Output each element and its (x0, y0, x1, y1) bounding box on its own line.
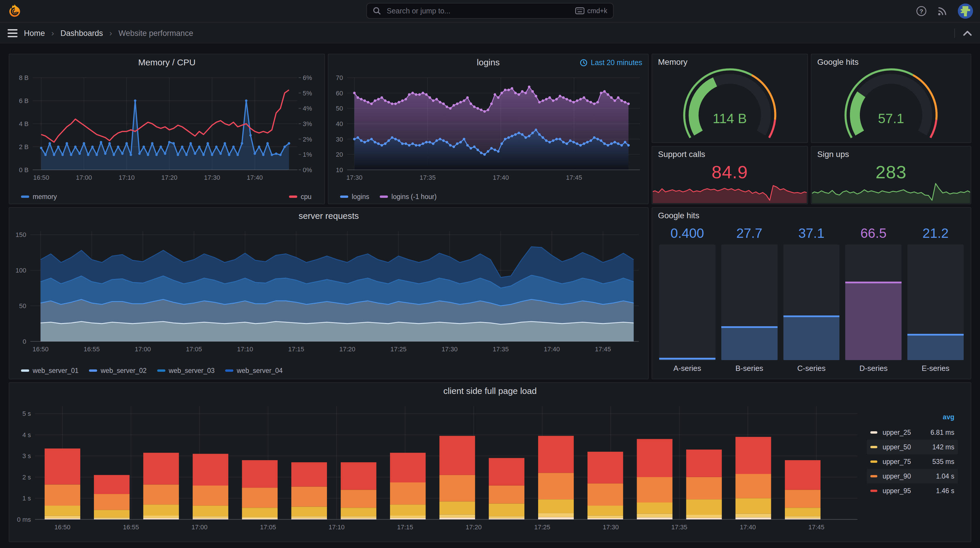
svg-text:17:05: 17:05 (260, 524, 276, 531)
legend-item-cpu[interactable]: cpu (289, 193, 312, 201)
support-calls-sparkline[interactable] (653, 176, 807, 203)
panel-title[interactable]: client side full page load (10, 383, 970, 399)
bar-gauge-label: D-series (845, 360, 902, 374)
server-requests-chart[interactable]: 05010015016:5016:5517:0017:0517:1017:151… (10, 224, 648, 361)
svg-text:50: 50 (336, 105, 343, 112)
bar-gauge-value: 21.2 (907, 225, 964, 245)
avatar[interactable] (958, 3, 973, 19)
svg-text:17:45: 17:45 (595, 346, 611, 353)
sign-ups-sparkline[interactable] (812, 176, 970, 203)
legend-label: cpu (301, 193, 312, 201)
divider (955, 29, 955, 38)
svg-text:17:25: 17:25 (534, 524, 550, 531)
breadcrumb: Home › Dashboards › Website performance (0, 23, 980, 44)
grafana-logo-icon[interactable] (7, 3, 22, 19)
legend-row-upper_90[interactable]: upper_901.04 s (867, 469, 958, 484)
svg-text:17:35: 17:35 (420, 174, 436, 181)
svg-text:5%: 5% (303, 89, 312, 97)
svg-text:17:30: 17:30 (442, 346, 458, 353)
bar-gauge-column-A-series: 0.400A-series (659, 225, 716, 374)
time-range-control[interactable]: Last 20 minutes (580, 58, 643, 67)
bar-gauge-column-C-series: 37.1C-series (783, 225, 840, 374)
svg-text:17:10: 17:10 (119, 174, 135, 181)
legend-row-upper_75[interactable]: upper_75535 ms (867, 454, 958, 469)
bar-gauge-label: E-series (907, 360, 964, 374)
legend-label: web_server_03 (169, 367, 215, 375)
svg-text:17:10: 17:10 (237, 346, 253, 353)
legend-item-logins (-1 hour)[interactable]: logins (-1 hour) (380, 193, 437, 201)
legend-item-web_server_02[interactable]: web_server_02 (89, 367, 146, 375)
bar-gauge-track[interactable] (845, 245, 902, 360)
svg-text:6%: 6% (303, 74, 312, 81)
legend-header-avg[interactable]: avg (867, 413, 958, 425)
svg-text:0: 0 (23, 338, 26, 345)
legend-swatch-icon (89, 370, 97, 372)
legend-row-upper_25[interactable]: upper_256.81 ms (867, 425, 958, 440)
svg-text:8 B: 8 B (19, 74, 29, 81)
bar-gauge-track[interactable] (659, 245, 716, 360)
svg-text:17:00: 17:00 (76, 174, 92, 181)
client-load-chart[interactable]: 0 ms1 s2 s3 s4 s5 s16:5016:5517:0017:051… (10, 399, 867, 538)
legend-swatch-icon (870, 460, 877, 463)
svg-text:17:05: 17:05 (186, 346, 202, 353)
memory-gauge[interactable]: 114 B (666, 68, 794, 140)
chevron-up-icon[interactable] (963, 31, 972, 36)
legend-item-web_server_01[interactable]: web_server_01 (21, 367, 78, 375)
rss-news-icon[interactable] (937, 6, 948, 17)
panel-title[interactable]: Google hits (652, 208, 970, 222)
legend-row-upper_95[interactable]: upper_951.46 s (867, 484, 958, 498)
legend-item-web_server_03[interactable]: web_server_03 (157, 367, 215, 375)
bar-gauge-fill (659, 358, 716, 360)
logins-chart[interactable]: 1020304050607017:3017:3517:4017:45 (328, 71, 648, 187)
bar-gauge-track[interactable] (907, 245, 964, 360)
legend-label: upper_90 (883, 472, 936, 480)
global-search[interactable]: cmd+k (366, 3, 614, 19)
svg-text:17:40: 17:40 (740, 524, 756, 531)
memory-cpu-chart[interactable]: 0 B2 B4 B6 B8 B16:5017:0017:1017:2017:30… (10, 71, 325, 187)
svg-text:57.1: 57.1 (878, 111, 904, 126)
panel-support-calls: Support calls 84.9 (652, 146, 808, 204)
legend-label: upper_50 (883, 443, 932, 451)
panel-title[interactable]: Sign ups (811, 147, 970, 161)
google-hits-gauge[interactable]: 57.1 (827, 68, 955, 140)
svg-text:17:10: 17:10 (328, 524, 344, 531)
svg-text:6 B: 6 B (19, 97, 29, 105)
help-icon[interactable]: ? (916, 6, 927, 17)
svg-text:2%: 2% (303, 136, 312, 143)
breadcrumb-dashboards[interactable]: Dashboards (60, 29, 103, 38)
search-input[interactable] (386, 6, 571, 16)
svg-text:17:15: 17:15 (397, 524, 413, 531)
panel-title[interactable]: Support calls (652, 147, 807, 161)
legend-avg-value: 535 ms (932, 458, 955, 466)
top-nav: cmd+k ? (0, 0, 980, 23)
svg-text:4%: 4% (303, 105, 312, 112)
search-icon (373, 7, 381, 15)
bar-gauge-label: B-series (721, 360, 778, 374)
legend-label: upper_95 (883, 487, 936, 495)
bar-gauge-fill (907, 334, 964, 360)
breadcrumb-bar: Home › Dashboards › Website performance (0, 23, 980, 45)
svg-text:17:40: 17:40 (493, 174, 509, 181)
panel-title[interactable]: Google hits (811, 54, 970, 68)
legend-label: logins (-1 hour) (391, 193, 437, 201)
panel-title[interactable]: Memory / CPU (10, 54, 325, 71)
svg-text:16:55: 16:55 (84, 346, 100, 353)
svg-text:10: 10 (336, 166, 343, 174)
svg-text:?: ? (920, 8, 923, 14)
bar-gauge-track[interactable] (721, 245, 778, 360)
hamburger-menu-icon[interactable] (8, 29, 18, 37)
breadcrumb-home[interactable]: Home (24, 29, 45, 38)
legend-row-upper_50[interactable]: upper_50142 ms (867, 440, 958, 454)
panel-title[interactable]: Memory (652, 54, 807, 68)
legend-item-web_server_04[interactable]: web_server_04 (225, 367, 283, 375)
svg-text:17:20: 17:20 (339, 346, 355, 353)
shortcut-hint: cmd+k (575, 7, 607, 15)
panel-title[interactable]: server requests (10, 208, 648, 224)
svg-text:17:45: 17:45 (566, 174, 582, 181)
panel-google-hits-gauge: Google hits 57.1 (811, 54, 971, 143)
legend-swatch-icon (21, 196, 29, 198)
legend-item-logins[interactable]: logins (340, 193, 369, 201)
bar-gauge-track[interactable] (783, 245, 840, 360)
legend-item-memory[interactable]: memory (21, 193, 57, 201)
legend-avg-value: 1.46 s (936, 487, 955, 495)
